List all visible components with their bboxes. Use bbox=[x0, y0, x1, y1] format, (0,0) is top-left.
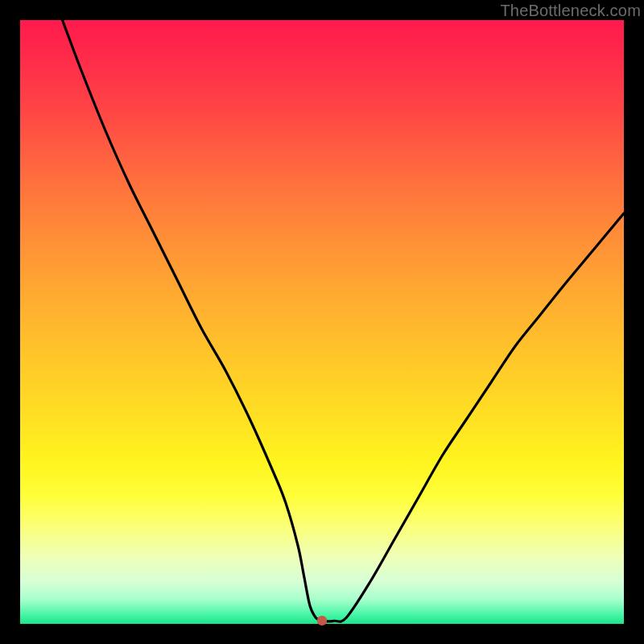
watermark-text: TheBottleneck.com bbox=[500, 2, 641, 20]
bottleneck-curve bbox=[20, 20, 624, 624]
optimum-marker bbox=[317, 616, 327, 625]
plot-area bbox=[20, 20, 624, 624]
chart-frame: TheBottleneck.com bbox=[0, 0, 644, 644]
